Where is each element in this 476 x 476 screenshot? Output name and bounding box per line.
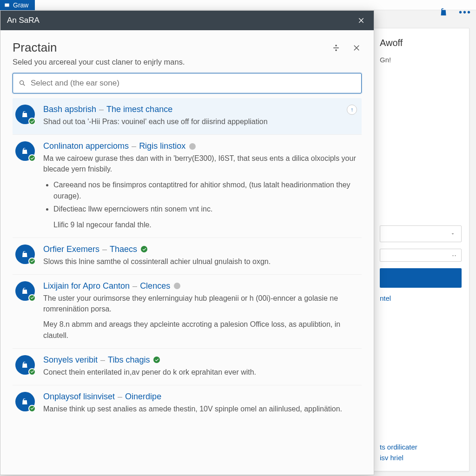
avatar-badge bbox=[28, 294, 36, 302]
item-avatar bbox=[15, 281, 35, 301]
svg-point-3 bbox=[336, 50, 337, 51]
dialog-title: An SaRA bbox=[7, 16, 40, 25]
svg-line-5 bbox=[23, 84, 25, 86]
panel-link-1[interactable]: ntel bbox=[380, 294, 462, 302]
item-tag: Thaecs bbox=[110, 245, 137, 254]
panel-select-2[interactable]: ·· bbox=[380, 249, 462, 262]
search-input-wrapper[interactable] bbox=[13, 73, 362, 93]
item-name: Sonyels veribit bbox=[43, 355, 98, 365]
modal-dialog: An SaRA Practain Seled you arcereal your… bbox=[0, 10, 374, 475]
item-name: Conlinaton appercioms bbox=[43, 141, 129, 151]
dialog-titlebar: An SaRA bbox=[0, 11, 374, 30]
header-minimize-button[interactable] bbox=[331, 43, 341, 53]
item-desc: Conect thein enterilated in,av pener do … bbox=[43, 367, 358, 377]
list-item[interactable]: Onplaysof lisinviset–Oinerdipe Manise th… bbox=[13, 385, 362, 422]
tab-label: Graw bbox=[13, 0, 28, 10]
search-icon bbox=[19, 79, 26, 87]
item-tag: Clences bbox=[140, 281, 170, 291]
list-item[interactable]: Lixijain for Apro Canton–Clences The ust… bbox=[13, 274, 362, 348]
divide-icon bbox=[331, 43, 341, 53]
header-close-button[interactable] bbox=[351, 43, 362, 53]
avatar-badge bbox=[28, 258, 36, 265]
svg-point-2 bbox=[336, 45, 337, 46]
item-bullets: Careeand nos be finsimpros contaptitred … bbox=[53, 179, 358, 215]
panel-link-3[interactable]: isv hriel bbox=[380, 454, 462, 462]
panel-primary-button[interactable] bbox=[380, 268, 462, 288]
search-input[interactable] bbox=[31, 79, 356, 88]
browser-tab[interactable]: Graw bbox=[0, 0, 35, 10]
status-badge-green bbox=[141, 246, 147, 252]
dialog-heading: Practain bbox=[13, 40, 331, 55]
titlebar-close-button[interactable] bbox=[355, 14, 367, 26]
status-badge-green bbox=[153, 357, 160, 363]
item-name: Bash apsbrish bbox=[43, 105, 96, 114]
item-tag: Oinerdipe bbox=[125, 392, 161, 402]
more-icon[interactable]: ••• bbox=[459, 7, 471, 18]
item-avatar bbox=[15, 245, 35, 264]
panel-sub: Gn! bbox=[380, 56, 462, 64]
panel-title: Awoff bbox=[380, 38, 462, 48]
list-item[interactable]: Sonyels veribit–Tibs chagis Conect thein… bbox=[13, 348, 362, 385]
item-footer-line: Llific 9 lal ngecour fandal thle. bbox=[53, 219, 358, 230]
item-tag: Tibs chagis bbox=[108, 355, 150, 365]
dialog-subtitle: Seled you arcereal your cust claner to e… bbox=[13, 58, 362, 66]
avatar-badge bbox=[28, 405, 36, 412]
item-desc: The uster your ourimsorse they enlerning… bbox=[43, 293, 358, 314]
list-item[interactable]: Orfier Exemers–Thaecs Slows this lnine s… bbox=[13, 238, 362, 274]
item-desc: Ma we cairoew gurase thes dan with in 'b… bbox=[43, 153, 358, 174]
results-list: Bash apsbrish–The imest chance Shad out … bbox=[13, 98, 362, 422]
item-desc: Shad out toa '-Hii Pras: vouinel' each u… bbox=[43, 116, 358, 127]
chevron-down-icon bbox=[449, 231, 456, 237]
store-icon[interactable] bbox=[438, 7, 450, 18]
item-desc: Manise think up sest analies as amede th… bbox=[43, 403, 358, 414]
bullet: Careeand nos be finsimpros contaptitred … bbox=[53, 179, 358, 202]
item-name: Lixijain for Apro Canton bbox=[43, 281, 130, 291]
panel-select-1[interactable] bbox=[380, 225, 462, 242]
avatar-badge bbox=[28, 154, 36, 162]
status-badge-gray bbox=[189, 143, 196, 150]
close-icon bbox=[357, 17, 365, 24]
status-badge-gray bbox=[174, 283, 180, 289]
pin-button[interactable]: ↑ bbox=[347, 105, 357, 115]
item-avatar bbox=[15, 392, 35, 411]
item-name: Orfier Exemers bbox=[43, 245, 99, 254]
close-icon bbox=[352, 44, 361, 52]
list-item[interactable]: Bash apsbrish–The imest chance Shad out … bbox=[13, 98, 362, 134]
bullet: Difectieac llww epernciowers ntin sonem … bbox=[53, 204, 358, 215]
item-avatar bbox=[15, 141, 35, 161]
svg-point-4 bbox=[20, 81, 24, 85]
item-avatar bbox=[15, 105, 35, 124]
avatar-badge bbox=[28, 368, 36, 376]
item-avatar bbox=[15, 355, 35, 375]
svg-rect-0 bbox=[5, 4, 9, 7]
item-name: Onplaysof lisinviset bbox=[43, 392, 115, 402]
item-extra: Mey 8.n abmm and areags they apcleinte a… bbox=[43, 319, 358, 340]
item-tag: Rigis linstiox bbox=[139, 141, 185, 151]
avatar-badge bbox=[28, 118, 36, 125]
panel-link-2[interactable]: ts ordilicater bbox=[380, 443, 462, 451]
item-desc: Slows this lnine samthe ol cossinterall … bbox=[43, 256, 358, 267]
list-item[interactable]: Conlinaton appercioms–Rigis linstiox Ma … bbox=[13, 134, 362, 238]
side-panel: Awoff Gn! ·· ntel ts ordilicater isv hri… bbox=[372, 28, 469, 471]
item-tag: The imest chance bbox=[106, 105, 172, 114]
tab-icon bbox=[4, 2, 10, 8]
